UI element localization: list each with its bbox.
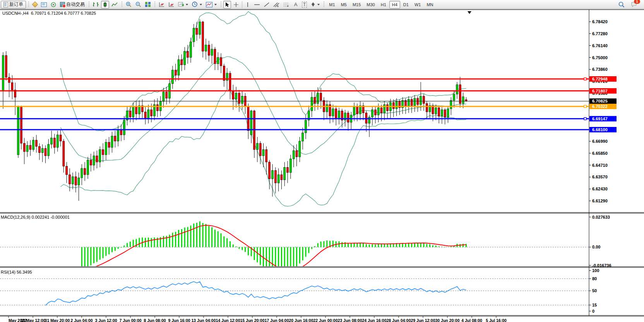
arrows-icon xyxy=(311,2,315,7)
time-axis-label: 20 Jun 16:00 xyxy=(289,318,313,322)
trendline-icon xyxy=(264,2,269,7)
svg-text:6.73860: 6.73860 xyxy=(592,67,608,72)
chart-back-button[interactable] xyxy=(167,1,176,9)
auto-trading-icon xyxy=(60,2,65,7)
fibonacci-tool-button[interactable]: F xyxy=(282,1,291,9)
tile-windows-button[interactable] xyxy=(144,1,152,9)
terminal-button[interactable] xyxy=(39,1,48,9)
template-dropdown[interactable] xyxy=(204,1,218,9)
time-axis-label: 8 Jun 08:00 xyxy=(144,318,166,322)
market-watch-button[interactable] xyxy=(31,1,39,9)
channel-tool-button[interactable]: E xyxy=(272,1,281,9)
vline-tool-button[interactable] xyxy=(244,1,252,9)
bar-chart-button[interactable] xyxy=(91,1,100,9)
timeframe-button-MN[interactable]: MN xyxy=(424,1,436,9)
zoom-in-button[interactable] xyxy=(124,1,133,9)
toolbar-grip[interactable] xyxy=(88,2,90,8)
svg-text:E: E xyxy=(277,5,279,7)
fibonacci-icon: F xyxy=(283,2,289,7)
crosshair-icon xyxy=(233,2,239,7)
line-chart-icon xyxy=(111,2,118,7)
svg-text:100: 100 xyxy=(592,268,599,273)
svg-text:6.77280: 6.77280 xyxy=(592,31,608,36)
toolbar-grip[interactable] xyxy=(220,2,222,8)
terminal-window: { "toolbar": { "new_order_label": "新订单",… xyxy=(0,0,644,322)
new-order-label: 新订单 xyxy=(9,1,23,8)
cursor-tool-button[interactable] xyxy=(223,1,231,9)
cursor-arrow-icon xyxy=(225,2,230,7)
timeframe-button-M5[interactable]: M5 xyxy=(338,1,349,9)
time-axis-label: 31 May 20:00 xyxy=(45,318,70,322)
bar-chart-icon xyxy=(93,2,99,7)
time-axis-label: 2 Jun 04:00 xyxy=(70,318,92,322)
tile-windows-icon xyxy=(145,2,151,7)
new-order-button[interactable]: 新订单 xyxy=(1,1,26,9)
auto-trading-button[interactable]: 自动交易 xyxy=(58,1,86,9)
symbol-period-label: USDCNH-,H4 xyxy=(2,11,29,15)
time-axis-label: 28 Jun 04:00 xyxy=(386,318,411,322)
price-badge: 6.70825 xyxy=(592,99,608,103)
chevron-down-icon xyxy=(317,4,320,5)
candlestick-chart-button[interactable] xyxy=(101,1,109,9)
time-axis-label: 13 Jun 04:00 xyxy=(191,318,216,322)
time-axis-label: 3 Jun 12:00 xyxy=(95,318,117,322)
notification-badge: 1 xyxy=(634,0,640,4)
toolbar-grip[interactable] xyxy=(27,2,29,8)
time-axis-label: 23 Jun 08:00 xyxy=(337,318,362,322)
new-chart-dropdown[interactable] xyxy=(176,1,190,9)
notifications-button[interactable]: 1 xyxy=(629,1,639,9)
zoom-out-icon xyxy=(135,2,141,7)
timeframe-button-W1[interactable]: W1 xyxy=(412,1,424,9)
svg-text:6.76140: 6.76140 xyxy=(592,43,608,48)
text-tool-button[interactable]: A xyxy=(292,1,300,9)
equidistant-channel-icon: E xyxy=(273,2,279,7)
time-axis-label: 24 Jun 16:00 xyxy=(362,318,386,322)
crosshair-tool-button[interactable] xyxy=(232,1,240,9)
period-dropdown[interactable] xyxy=(190,1,204,9)
zoom-in-icon xyxy=(126,2,132,7)
chart-window: 6.784206.772806.761406.750006.738606.727… xyxy=(0,9,644,322)
time-axis-label: 9 Jun 16:00 xyxy=(168,318,190,322)
text-tool-icon: A xyxy=(294,2,298,7)
signals-button[interactable] xyxy=(49,1,58,9)
time-axis-label: 22 Jun 00:00 xyxy=(313,318,337,322)
svg-text:6.75000: 6.75000 xyxy=(592,55,608,60)
timeframe-button-M30[interactable]: M30 xyxy=(364,1,377,9)
toolbar-grip[interactable] xyxy=(323,2,325,8)
label-tool-icon: T xyxy=(302,2,307,8)
svg-text:6.64710: 6.64710 xyxy=(592,163,608,168)
chart-ohlc-header: USDCNH-,H4 6.70971 6.71204 6.70777 6.708… xyxy=(2,11,96,15)
svg-text:6.62430: 6.62430 xyxy=(592,187,608,191)
price-badge: 6.69147 xyxy=(592,116,608,121)
label-tool-button[interactable]: T xyxy=(300,1,308,9)
toolbar-grip[interactable] xyxy=(154,2,156,8)
time-axis-label: 5 Jul 16:00 xyxy=(486,318,507,322)
search-button[interactable] xyxy=(617,1,626,9)
hline-tool-button[interactable] xyxy=(252,1,262,9)
svg-text:6.63570: 6.63570 xyxy=(592,175,608,179)
price-badge: 6.72948 xyxy=(592,77,608,81)
trendline-tool-button[interactable] xyxy=(262,1,271,9)
rsi-indicator-label: RSI(14) 56.3495 xyxy=(1,270,32,274)
arrows-dropdown[interactable] xyxy=(309,1,321,9)
timeframe-button-M1[interactable]: M1 xyxy=(326,1,337,9)
svg-text:F: F xyxy=(287,5,289,7)
chart-forward-button[interactable] xyxy=(157,1,166,9)
chart-forward-icon xyxy=(159,2,164,7)
svg-text:6.66990: 6.66990 xyxy=(592,139,608,144)
line-chart-button[interactable] xyxy=(110,1,119,9)
timeframe-button-H4[interactable]: H4 xyxy=(389,1,400,9)
svg-text:6.65850: 6.65850 xyxy=(592,151,608,156)
chevron-down-icon xyxy=(200,4,202,5)
timeframe-button-D1[interactable]: D1 xyxy=(401,1,411,9)
toolbar-grip[interactable] xyxy=(121,2,123,8)
svg-text:0.00: 0.00 xyxy=(592,245,600,249)
signal-icon xyxy=(51,2,56,7)
timeframe-group: M1M5M15M30H1H4D1W1MN xyxy=(326,1,436,9)
timeframe-button-M15[interactable]: M15 xyxy=(350,1,363,9)
timeframe-button-H1[interactable]: H1 xyxy=(378,1,389,9)
chart-canvas[interactable]: 6.784206.772806.761406.750006.738606.727… xyxy=(0,9,644,322)
zoom-out-button[interactable] xyxy=(134,1,143,9)
blue-monitor-icon xyxy=(41,2,47,7)
price-badge: 6.70322 xyxy=(592,104,608,109)
